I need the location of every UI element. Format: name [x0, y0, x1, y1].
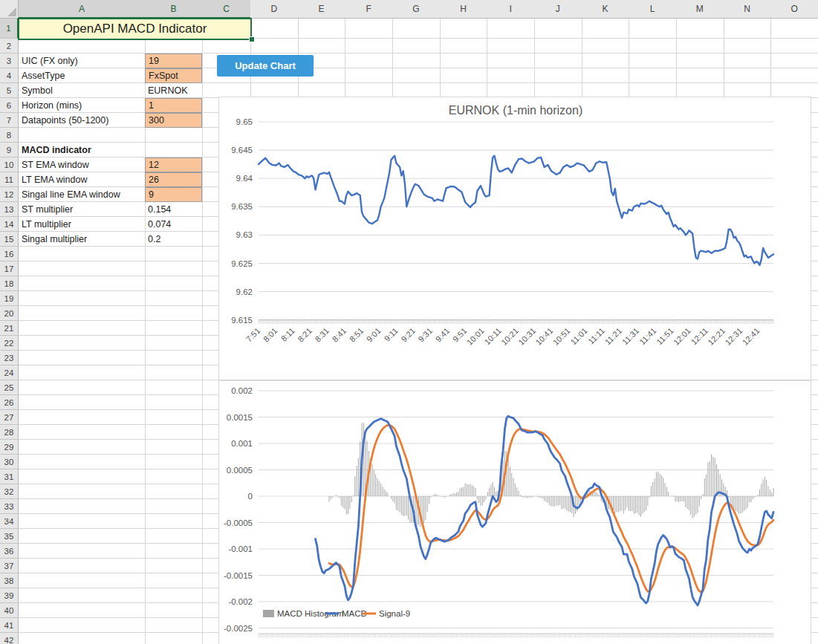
row-header-35[interactable]: 35 — [0, 529, 19, 544]
column-header-N[interactable]: N — [724, 0, 772, 19]
row-header-29[interactable]: 29 — [0, 440, 19, 455]
cell-A9[interactable]: MACD indicator — [19, 143, 145, 157]
cell-A4[interactable]: AssetType — [19, 68, 145, 83]
y-axis-label: 9.63 — [236, 230, 253, 239]
row-header-2[interactable]: 2 — [0, 39, 19, 53]
row-header-42[interactable]: 42 — [0, 633, 19, 644]
y-axis-label: 9.635 — [231, 202, 253, 211]
column-header-A[interactable]: A — [19, 0, 146, 19]
cell-B14[interactable]: 0.074 — [145, 217, 202, 232]
cell-A10[interactable]: ST EMA window — [19, 157, 145, 172]
column-header-F[interactable]: F — [345, 0, 393, 19]
column-header-E[interactable]: E — [298, 0, 346, 19]
row-header-34[interactable]: 34 — [0, 514, 19, 529]
column-header-B[interactable]: B — [145, 0, 203, 19]
row-header-20[interactable]: 20 — [0, 306, 19, 321]
price-line — [259, 156, 773, 265]
row-header-19[interactable]: 19 — [0, 291, 19, 306]
row-header-14[interactable]: 14 — [0, 217, 19, 232]
x-axis-label: 8:51 — [348, 326, 366, 344]
selection-fill-handle[interactable] — [249, 36, 255, 42]
x-axis-label: 12:01 — [672, 326, 692, 347]
y-axis-label: 0.0005 — [227, 466, 253, 475]
row-header-15[interactable]: 15 — [0, 232, 19, 247]
cell-A11[interactable]: LT EMA window — [19, 172, 145, 187]
cell-B5[interactable]: EURNOK — [145, 83, 202, 98]
cell-B7[interactable]: 300 — [145, 113, 202, 128]
row-header-28[interactable]: 28 — [0, 425, 19, 440]
cell-B4[interactable]: FxSpot — [145, 68, 202, 83]
row-header-38[interactable]: 38 — [0, 573, 19, 588]
row-header-21[interactable]: 21 — [0, 321, 19, 336]
cell-B6[interactable]: 1 — [145, 98, 202, 113]
row-header-3[interactable]: 3 — [0, 53, 19, 68]
row-header-10[interactable]: 10 — [0, 157, 19, 172]
column-header-O[interactable]: O — [770, 0, 818, 19]
row-header-8[interactable]: 8 — [0, 128, 19, 143]
row-header-23[interactable]: 23 — [0, 351, 19, 365]
cell-B10[interactable]: 12 — [145, 157, 202, 172]
cell-A6[interactable]: Horizon (mins) — [19, 98, 145, 113]
column-header-G[interactable]: G — [392, 0, 441, 19]
row-header-27[interactable]: 27 — [0, 410, 19, 425]
cell-B11[interactable]: 26 — [145, 172, 202, 187]
cell-B15[interactable]: 0.2 — [145, 232, 202, 247]
x-axis-label: 12:41 — [741, 326, 762, 347]
select-all-button[interactable] — [0, 0, 19, 19]
column-header-L[interactable]: L — [629, 0, 677, 19]
x-axis-label: 9:31 — [417, 326, 435, 344]
row-header-17[interactable]: 17 — [0, 261, 19, 276]
row-header-40[interactable]: 40 — [0, 603, 19, 618]
cell-A14[interactable]: LT multiplier — [19, 217, 145, 232]
macd-chart[interactable]: 0.0020.00150.0010.00050-0.0005-0.001-0.0… — [218, 380, 811, 644]
cell-B3[interactable]: 19 — [145, 53, 202, 68]
cell-B13[interactable]: 0.154 — [145, 202, 202, 217]
column-header-C[interactable]: C — [202, 0, 251, 19]
row-header-30[interactable]: 30 — [0, 455, 19, 469]
row-header-22[interactable]: 22 — [0, 336, 19, 351]
cell-B12[interactable]: 9 — [145, 187, 202, 202]
cell-A15[interactable]: Singal multiplier — [19, 232, 145, 247]
column-header-H[interactable]: H — [440, 0, 488, 19]
row-header-16[interactable]: 16 — [0, 247, 19, 261]
row-header-41[interactable]: 41 — [0, 618, 19, 633]
row-header-13[interactable]: 13 — [0, 202, 19, 217]
cell-A7[interactable]: Datapoints (50-1200) — [19, 113, 145, 128]
row-header-24[interactable]: 24 — [0, 365, 19, 380]
update-chart-button[interactable]: Update Chart — [217, 55, 314, 77]
row-header-31[interactable]: 31 — [0, 469, 19, 484]
row-header-7[interactable]: 7 — [0, 113, 19, 128]
column-header-M[interactable]: M — [676, 0, 724, 19]
row-header-12[interactable]: 12 — [0, 187, 19, 202]
row-header-25[interactable]: 25 — [0, 380, 19, 395]
row-header-9[interactable]: 9 — [0, 143, 19, 157]
cell-A12[interactable]: Singal line EMA window — [19, 187, 145, 202]
row-header-37[interactable]: 37 — [0, 559, 19, 573]
row-header-36[interactable]: 36 — [0, 544, 19, 559]
cell-A13[interactable]: ST multiplier — [19, 202, 145, 217]
row-header-26[interactable]: 26 — [0, 395, 19, 410]
column-header-D[interactable]: D — [250, 0, 299, 19]
price-chart[interactable]: 9.659.6459.649.6359.639.6259.629.615EURN… — [218, 97, 811, 380]
column-header-K[interactable]: K — [582, 0, 630, 19]
row-header-4[interactable]: 4 — [0, 68, 19, 83]
price-chart-svg: 9.659.6459.649.6359.639.6259.629.615EURN… — [219, 97, 811, 380]
y-axis-label: -0.0025 — [224, 624, 253, 633]
x-axis-label: 12:21 — [706, 326, 727, 347]
column-header-I[interactable]: I — [487, 0, 535, 19]
row-header-5[interactable]: 5 — [0, 83, 19, 98]
title-cell[interactable]: OpenAPI MACD Indicator — [19, 19, 250, 39]
cell-A5[interactable]: Symbol — [19, 83, 145, 98]
row-header-1[interactable]: 1 — [0, 19, 19, 39]
x-axis-ticks — [259, 634, 773, 638]
y-axis-label: 9.625 — [231, 259, 253, 268]
cell-A3[interactable]: UIC (FX only) — [19, 53, 145, 68]
row-header-39[interactable]: 39 — [0, 588, 19, 603]
row-header-33[interactable]: 33 — [0, 499, 19, 514]
row-header-6[interactable]: 6 — [0, 98, 19, 113]
row-header-32[interactable]: 32 — [0, 484, 19, 499]
row-header-18[interactable]: 18 — [0, 276, 19, 291]
row-header-11[interactable]: 11 — [0, 172, 19, 187]
column-header-J[interactable]: J — [534, 0, 582, 19]
y-axis-label: -0.001 — [228, 544, 253, 553]
